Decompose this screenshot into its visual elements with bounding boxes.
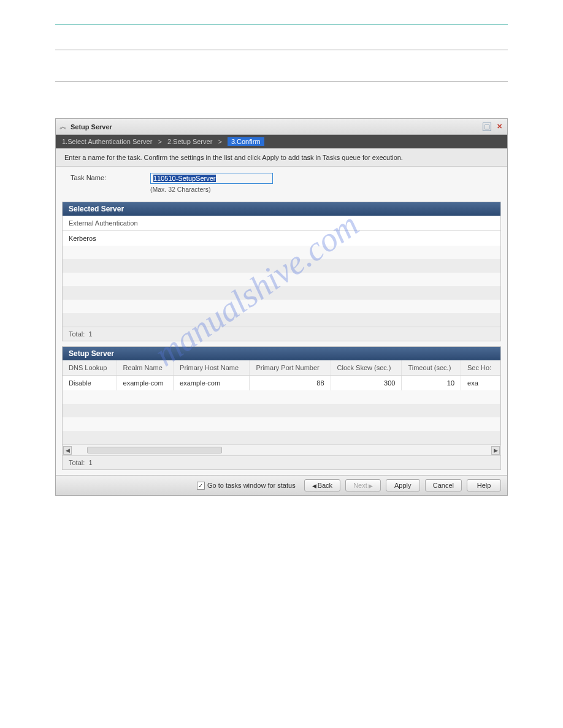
scroll-left-icon[interactable]: ◀ <box>63 446 72 455</box>
breadcrumb-step-2[interactable]: 2.Setup Server <box>167 138 212 145</box>
setup-server-table: DNS Lookup Realm Name Primary Host Name … <box>63 360 500 444</box>
cell-sec-host: exa <box>461 376 500 391</box>
task-name-row: Task Name: 110510-SetupServer (Max. 32 C… <box>56 167 507 197</box>
scroll-right-icon[interactable]: ▶ <box>491 446 500 455</box>
window-titlebar: ︽ Setup Server ▢ ✕ <box>56 119 507 135</box>
selected-server-column-header: External Authentication <box>63 216 500 231</box>
apply-button[interactable]: Apply <box>386 479 420 491</box>
setup-server-footer: Total: 1 <box>63 455 500 469</box>
back-button[interactable]: ◀Back <box>304 479 340 491</box>
col-realm-name[interactable]: Realm Name <box>117 360 174 376</box>
close-icon[interactable]: ✕ <box>495 123 504 131</box>
table-row[interactable]: Disable example-com example-com 88 300 1… <box>63 376 500 391</box>
setup-server-window: manualshive.com ︽ Setup Server ▢ ✕ 1.Sel… <box>55 118 508 496</box>
breadcrumb-sep-2: > <box>218 138 221 145</box>
footer-bar: ✓ Go to tasks window for status ◀Back Ne… <box>56 475 507 495</box>
col-timeout[interactable]: Timeout (sec.) <box>402 360 461 376</box>
selected-server-row-value[interactable]: Kerberos <box>63 231 500 246</box>
breadcrumb-sep-1: > <box>158 138 161 145</box>
breadcrumb-step-3[interactable]: 3.Confirm <box>228 137 264 146</box>
col-primary-port[interactable]: Primary Port Number <box>250 360 331 376</box>
breadcrumb-step-1[interactable]: 1.Select Authentication Server <box>62 138 152 145</box>
breadcrumb: 1.Select Authentication Server > 2.Setup… <box>56 135 507 148</box>
horizontal-scrollbar[interactable]: ◀ ▶ <box>63 444 500 455</box>
divider-gray-2 <box>55 81 508 82</box>
status-checkbox-label: Go to tasks window for status <box>207 482 296 489</box>
divider-teal <box>55 25 508 25</box>
selected-server-total-label: Total: <box>69 330 85 338</box>
cell-primary-host: example-com <box>174 376 250 391</box>
selected-server-panel: Selected Server External Authentication … <box>62 202 501 341</box>
selected-server-total-value: 1 <box>88 330 92 338</box>
maximize-icon[interactable]: ▢ <box>483 123 491 131</box>
selected-server-footer: Total: 1 <box>63 327 500 341</box>
cell-realm-name: example-com <box>117 376 174 391</box>
help-button[interactable]: Help <box>467 479 501 491</box>
setup-server-total-value: 1 <box>88 459 92 466</box>
cell-dns-lookup: Disable <box>63 376 117 391</box>
task-name-input[interactable]: 110510-SetupServer <box>150 173 273 184</box>
cell-clock-skew: 300 <box>331 376 402 391</box>
cancel-button[interactable]: Cancel <box>425 479 462 491</box>
cell-primary-port: 88 <box>250 376 331 391</box>
col-primary-host[interactable]: Primary Host Name <box>174 360 250 376</box>
status-checkbox[interactable]: ✓ <box>197 482 205 490</box>
setup-server-panel: Setup Server DNS Lookup Realm Name Prima… <box>62 346 501 470</box>
setup-server-header: Setup Server <box>63 347 500 360</box>
task-name-label: Task Name: <box>71 173 138 181</box>
col-sec-host[interactable]: Sec Ho: <box>461 360 500 376</box>
cell-timeout: 10 <box>402 376 461 391</box>
instruction-text: Enter a name for the task. Confirm the s… <box>56 148 507 167</box>
selected-server-empty-rows <box>63 246 500 327</box>
scroll-thumb[interactable] <box>87 447 222 453</box>
selected-server-header: Selected Server <box>63 202 500 216</box>
divider-gray-1 <box>55 50 508 50</box>
next-button: Next▶ <box>345 479 381 491</box>
task-name-hint: (Max. 32 Characters) <box>150 186 273 193</box>
status-checkbox-wrap[interactable]: ✓ Go to tasks window for status <box>197 482 296 490</box>
col-dns-lookup[interactable]: DNS Lookup <box>63 360 117 376</box>
col-clock-skew[interactable]: Clock Skew (sec.) <box>331 360 402 376</box>
setup-server-total-label: Total: <box>69 459 85 466</box>
window-title: Setup Server <box>71 123 483 131</box>
collapse-icon[interactable]: ︽ <box>59 121 67 132</box>
